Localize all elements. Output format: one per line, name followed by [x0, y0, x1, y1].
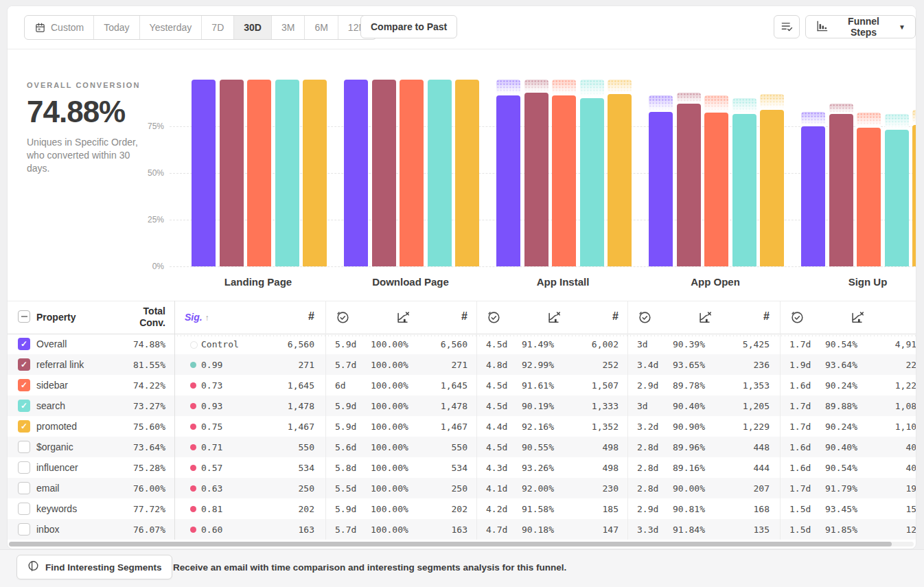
time-to-convert-icon[interactable] — [789, 310, 805, 325]
funnel-bar-sidebar-1[interactable] — [400, 80, 424, 266]
step-count: 534 — [239, 463, 314, 473]
step-count-clipped: 1,08 — [895, 401, 916, 411]
funnel-bar-referral-link-3[interactable] — [677, 104, 701, 266]
time-to-convert-icon[interactable] — [637, 310, 652, 325]
funnel-bar-referral-link-2[interactable] — [524, 93, 548, 266]
step-time-to-convert: 5.9d — [335, 504, 356, 514]
date-range-6m[interactable]: 6M — [305, 16, 338, 39]
funnel-bar-promoted-3[interactable] — [760, 110, 784, 266]
row-checkbox-email[interactable] — [18, 482, 30, 494]
property-name: search — [36, 400, 65, 411]
funnel-bar-promoted-1[interactable] — [455, 80, 479, 266]
time-to-convert-icon[interactable] — [486, 310, 501, 325]
total-conversion-value: 74.88% — [111, 339, 165, 349]
funnel-bar-sidebar-3[interactable] — [704, 113, 728, 266]
sig-value: 0.57 — [201, 463, 222, 473]
sig-value: 0.75 — [201, 422, 222, 432]
bar-chart-icon — [816, 19, 829, 34]
row-checkbox-keywords[interactable] — [18, 503, 30, 515]
sig-dot-insignificant — [190, 424, 196, 430]
funnel-bar-sidebar-2[interactable] — [552, 95, 576, 266]
find-interesting-segments-button[interactable]: Find Interesting Segments — [16, 555, 172, 579]
funnel-bar-promoted-0[interactable] — [303, 80, 327, 266]
funnel-bar-referral-link-0[interactable] — [220, 80, 244, 266]
date-range-7d[interactable]: 7D — [202, 16, 234, 39]
step-time-to-convert: 5.9d — [335, 422, 356, 432]
date-range-yesterday[interactable]: Yesterday — [140, 16, 203, 39]
step-count: 6,560 — [239, 339, 314, 349]
row-checkbox-influencer[interactable] — [18, 461, 30, 474]
row-checkbox-referral-link[interactable]: ✓ — [18, 358, 30, 371]
funnel-bar-search-4[interactable] — [885, 130, 909, 266]
edit-columns-button[interactable] — [774, 15, 800, 38]
funnel-bar-promoted-2[interactable] — [608, 94, 632, 266]
funnel-bar-sidebar-4[interactable] — [857, 128, 881, 266]
compare-to-past-button[interactable]: Compare to Past — [360, 15, 457, 38]
step-count: 444 — [694, 463, 770, 473]
count-column-header[interactable]: # — [406, 310, 467, 323]
step-count: 1,229 — [694, 422, 770, 432]
row-checkbox-promoted[interactable]: ✓ — [18, 420, 30, 433]
step-count: 135 — [694, 525, 770, 535]
step-time-to-convert: 4.5d — [486, 401, 507, 411]
step-time-to-convert: 1.6d — [789, 463, 811, 473]
funnel-bar-referral-link-4[interactable] — [829, 114, 853, 266]
step-time-to-convert: 5.9d — [335, 339, 356, 349]
sig-dot-insignificant — [190, 444, 196, 450]
step-count-clipped: 40 — [905, 463, 916, 473]
sig-value: 0.81 — [201, 504, 222, 514]
row-checkbox-Overall[interactable]: ✓ — [18, 338, 30, 350]
sig-column-header[interactable]: Sig. ↑ — [185, 311, 209, 323]
funnel-bar-Overall-0[interactable] — [192, 80, 216, 266]
select-all-checkbox[interactable] — [18, 310, 30, 323]
count-column-header-0[interactable]: # — [253, 310, 314, 323]
step-conversion-rate: 91.85% — [825, 525, 857, 535]
view-selector-button[interactable]: Funnel Steps ▼ — [805, 15, 916, 38]
funnel-bar-dropoff-referral-link-4 — [829, 104, 853, 114]
funnel-bar-search-2[interactable] — [580, 98, 604, 266]
property-column-header: Property — [36, 312, 76, 323]
funnel-bar-Overall-1[interactable] — [344, 80, 368, 266]
step-count-clipped: 1,10 — [895, 422, 916, 432]
step-count: 1,478 — [392, 401, 467, 411]
funnel-bar-dropoff-search-4 — [885, 114, 909, 129]
row-checkbox-$organic[interactable] — [18, 441, 30, 453]
count-column-header[interactable]: # — [708, 310, 770, 323]
date-range-3m[interactable]: 3M — [272, 16, 305, 39]
row-checkbox-sidebar[interactable]: ✓ — [18, 379, 30, 391]
step-time-to-convert: 2.8d — [637, 483, 658, 494]
funnel-bar-search-0[interactable] — [275, 80, 299, 266]
funnel-bar-Overall-4[interactable] — [801, 126, 825, 266]
time-to-convert-icon[interactable] — [335, 310, 350, 325]
step-time-to-convert: 1.7d — [789, 483, 811, 494]
calendar-icon — [34, 22, 46, 34]
step-count: 1,467 — [239, 422, 314, 432]
horizontal-scrollbar-thumb[interactable] — [9, 542, 892, 546]
date-range-today[interactable]: Today — [94, 16, 139, 39]
count-column-header[interactable]: # — [557, 310, 619, 323]
funnel-bar-search-1[interactable] — [428, 80, 452, 266]
sig-value: 0.93 — [201, 401, 222, 411]
date-range-30d[interactable]: 30D — [234, 16, 272, 39]
funnel-bar-Overall-2[interactable] — [496, 95, 520, 266]
total-label: Total — [104, 306, 165, 317]
funnel-bar-referral-link-1[interactable] — [372, 80, 396, 266]
toolbar: CustomTodayYesterday7D30D3M6M12M Compare… — [8, 6, 916, 49]
property-name: keywords — [36, 503, 77, 514]
funnel-bar-Overall-3[interactable] — [649, 112, 673, 266]
row-checkbox-search[interactable]: ✓ — [18, 400, 30, 412]
funnel-step-label-3: App Install — [487, 276, 639, 288]
funnel-bar-promoted-4[interactable] — [912, 125, 916, 266]
funnel-report-page: CustomTodayYesterday7D30D3M6M12M Compare… — [0, 0, 924, 587]
date-range-custom[interactable]: Custom — [25, 16, 94, 39]
funnel-bar-search-3[interactable] — [732, 114, 756, 266]
step-count: 1,467 — [392, 422, 467, 432]
funnel-step-label-5: Sign Up — [792, 276, 916, 288]
funnel-bar-dropoff-sidebar-4 — [857, 113, 881, 128]
step-count: 534 — [392, 463, 467, 473]
summary-value: 74.88% — [27, 95, 150, 129]
funnel-bar-sidebar-0[interactable] — [247, 80, 271, 266]
list-check-icon — [780, 19, 794, 35]
count-column-header[interactable]: # — [860, 310, 916, 323]
row-checkbox-inbox[interactable] — [18, 523, 30, 536]
